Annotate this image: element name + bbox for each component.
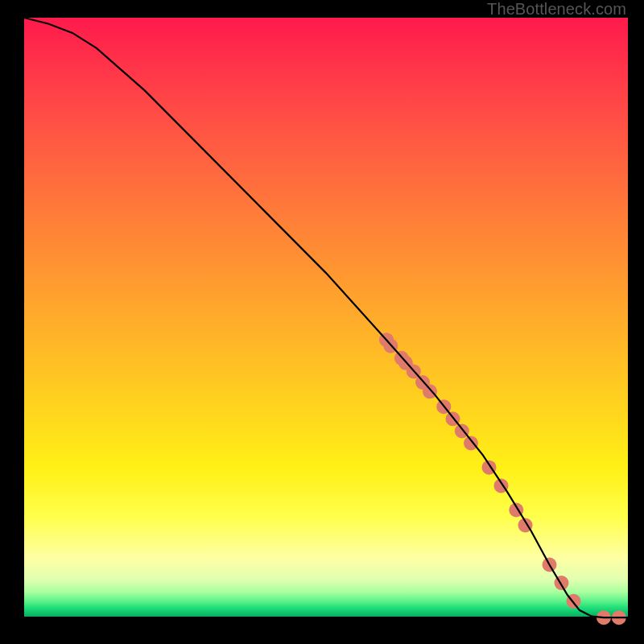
- chart-frame: [24, 18, 628, 625]
- bottleneck-curve: [24, 18, 628, 617]
- data-marker: [464, 436, 478, 451]
- data-marker: [423, 384, 437, 398]
- attribution-text: TheBottleneck.com: [487, 0, 626, 19]
- data-markers: [379, 332, 626, 625]
- chart-svg: [24, 18, 628, 625]
